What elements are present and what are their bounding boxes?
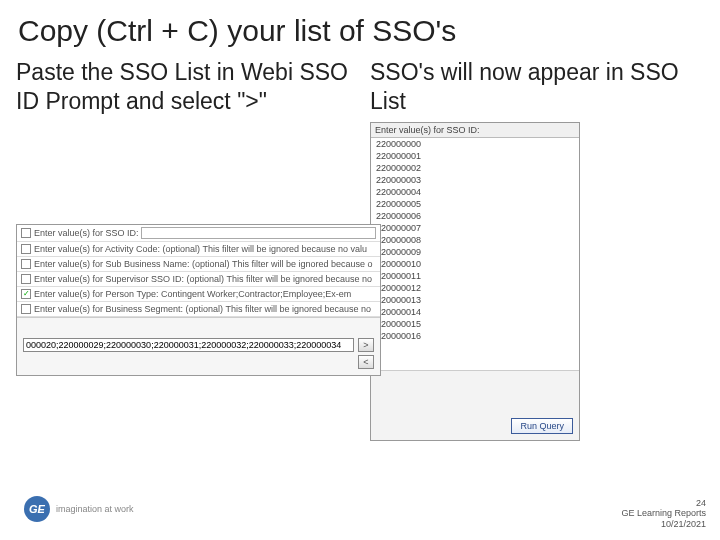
footer-source: GE Learning Reports: [621, 508, 706, 519]
left-subheading: Paste the SSO List in Webi SSO ID Prompt…: [16, 58, 350, 116]
list-item[interactable]: 220000006: [371, 210, 579, 222]
prompt-inline-input[interactable]: [141, 227, 376, 239]
prompt-row[interactable]: Enter value(s) for Activity Code: (optio…: [17, 242, 380, 257]
footer-date: 10/21/2021: [621, 519, 706, 530]
prompt-row[interactable]: ✓Enter value(s) for Person Type: Conting…: [17, 287, 380, 302]
list-item[interactable]: 220000015: [371, 318, 579, 330]
move-right-button[interactable]: >: [358, 338, 374, 352]
prompt-row[interactable]: Enter value(s) for Sub Business Name: (o…: [17, 257, 380, 272]
list-item[interactable]: 220000001: [371, 150, 579, 162]
list-item[interactable]: 220000004: [371, 186, 579, 198]
sso-value-list: 2200000002200000012200000022200000032200…: [371, 138, 579, 370]
sso-paste-input[interactable]: [23, 338, 354, 352]
prompt-paste-area: > <: [17, 317, 380, 375]
prompt-label: Enter value(s) for Business Segment: (op…: [34, 304, 371, 314]
ge-tagline: imagination at work: [56, 504, 134, 514]
ge-logo: GE imagination at work: [24, 496, 134, 522]
sso-list-panel: Enter value(s) for SSO ID: 2200000002200…: [370, 122, 580, 441]
checkmark-icon: [21, 304, 31, 314]
checkmark-icon: [21, 274, 31, 284]
list-item[interactable]: 220000012: [371, 282, 579, 294]
list-item[interactable]: 220000008: [371, 234, 579, 246]
slide-title: Copy (Ctrl + C) your list of SSO's: [0, 0, 720, 54]
run-query-button[interactable]: Run Query: [511, 418, 573, 434]
list-item[interactable]: 220000007: [371, 222, 579, 234]
prompt-row[interactable]: Enter value(s) for Business Segment: (op…: [17, 302, 380, 317]
list-item[interactable]: 220000010: [371, 258, 579, 270]
sso-panel-footer: Run Query: [371, 370, 579, 440]
sso-list-header: Enter value(s) for SSO ID:: [371, 123, 579, 138]
list-item[interactable]: 220000005: [371, 198, 579, 210]
prompt-label: Enter value(s) for Activity Code: (optio…: [34, 244, 367, 254]
list-item[interactable]: 220000016: [371, 330, 579, 342]
list-item[interactable]: 220000002: [371, 162, 579, 174]
prompt-row[interactable]: Enter value(s) for Supervisor SSO ID: (o…: [17, 272, 380, 287]
list-item[interactable]: 220000013: [371, 294, 579, 306]
list-item[interactable]: 220000009: [371, 246, 579, 258]
checkmark-icon: [21, 259, 31, 269]
move-left-button[interactable]: <: [358, 355, 374, 369]
prompt-label: Enter value(s) for Supervisor SSO ID: (o…: [34, 274, 372, 284]
prompt-label: Enter value(s) for Sub Business Name: (o…: [34, 259, 373, 269]
slide-footer-meta: 24 GE Learning Reports 10/21/2021: [621, 498, 706, 530]
prompt-panel: Enter value(s) for SSO ID:Enter value(s)…: [16, 224, 381, 376]
prompt-label: Enter value(s) for Person Type: Continge…: [34, 289, 351, 299]
checkmark-icon: [21, 244, 31, 254]
checkmark-icon: ✓: [21, 289, 31, 299]
list-item[interactable]: 220000000: [371, 138, 579, 150]
list-item[interactable]: 220000014: [371, 306, 579, 318]
list-item[interactable]: 220000011: [371, 270, 579, 282]
prompt-row[interactable]: Enter value(s) for SSO ID:: [17, 225, 380, 242]
checkmark-icon: [21, 228, 31, 238]
prompt-label: Enter value(s) for SSO ID:: [34, 228, 139, 238]
page-number: 24: [621, 498, 706, 509]
right-subheading: SSO's will now appear in SSO List: [370, 58, 704, 116]
list-item[interactable]: 220000003: [371, 174, 579, 186]
ge-monogram-icon: GE: [24, 496, 50, 522]
